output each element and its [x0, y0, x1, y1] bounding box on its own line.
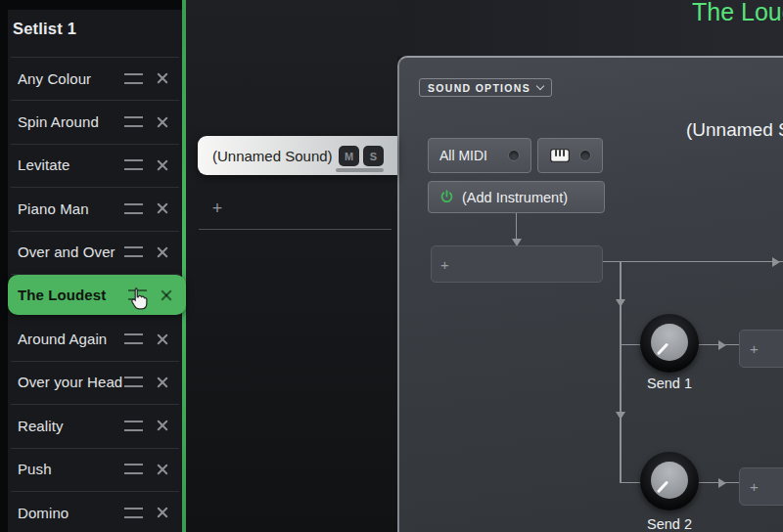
midi-activity-led-icon: [508, 150, 520, 161]
knob-pointer-icon: [657, 342, 669, 355]
setlist-song-row[interactable]: Over your Head: [8, 361, 182, 404]
drag-handle-icon[interactable]: [124, 464, 143, 474]
signal-line: [516, 213, 518, 241]
drag-handle-icon[interactable]: [124, 73, 143, 84]
drag-handle-icon[interactable]: [124, 333, 143, 344]
send2-destination-slot[interactable]: +: [739, 467, 783, 506]
add-instrument-button[interactable]: (Add Instrument): [428, 181, 605, 213]
setlist-song-row[interactable]: Piano Man: [8, 187, 182, 230]
setlist-song-row[interactable]: Any Colour: [8, 57, 182, 100]
keyboard-source-button[interactable]: [537, 138, 603, 173]
song-label: Push: [18, 461, 124, 477]
song-label: The Loudest: [18, 287, 128, 303]
song-label: Levitate: [18, 156, 124, 173]
remove-song-icon[interactable]: [156, 506, 169, 519]
sound-row[interactable]: (Unnamed Sound) M S: [198, 136, 397, 175]
drag-handle-icon[interactable]: [124, 159, 143, 170]
drag-handle-icon[interactable]: [124, 246, 143, 257]
arrow-down-icon: [616, 299, 625, 307]
sound-options-button[interactable]: SOUND OPTIONS: [419, 78, 552, 97]
remove-song-icon[interactable]: [156, 376, 169, 389]
song-label: Reality: [18, 418, 124, 434]
setlist-song-row[interactable]: Levitate: [8, 144, 182, 187]
drag-handle-icon[interactable]: [124, 421, 143, 431]
song-label: Over your Head: [18, 374, 124, 390]
drag-handle-icon[interactable]: [124, 116, 143, 127]
remove-song-icon[interactable]: [160, 288, 173, 302]
all-midi-label: All MIDI: [439, 148, 487, 163]
send2-label: Send 2: [611, 516, 728, 532]
panel-sound-name: (Unnamed Sound): [686, 119, 783, 141]
solo-button[interactable]: S: [363, 146, 384, 166]
sound-name-label: (Unnamed Sound): [212, 148, 333, 164]
plus-icon: +: [750, 478, 759, 495]
song-title: The Loudest: [692, 0, 783, 26]
arrow-right-icon: [718, 478, 726, 488]
knob-cap: [651, 462, 688, 499]
song-label: Any Colour: [18, 70, 124, 87]
song-label: Domino: [18, 505, 124, 521]
chevron-down-icon: [536, 82, 544, 90]
signal-line: [620, 261, 622, 483]
sound-list-pane: [186, 0, 398, 532]
remove-song-icon[interactable]: [156, 419, 169, 432]
remove-song-icon[interactable]: [156, 463, 169, 476]
remove-song-icon[interactable]: [156, 332, 169, 346]
mute-solo-underline: [336, 168, 384, 172]
setlist-song-row[interactable]: Push: [8, 448, 182, 491]
add-instrument-label: (Add Instrument): [462, 190, 568, 205]
setlist-song-row[interactable]: Over and Over: [8, 231, 182, 274]
all-midi-button[interactable]: All MIDI: [428, 138, 531, 173]
song-list: Any Colour Spin Around Levitate Piano Ma…: [0, 0, 185, 532]
remove-song-icon[interactable]: [156, 71, 169, 85]
send1-knob[interactable]: [640, 314, 699, 373]
song-label: Over and Over: [18, 244, 124, 260]
hand-cursor-icon: [127, 287, 150, 311]
song-label: Piano Man: [18, 200, 124, 217]
plus-icon: +: [750, 340, 759, 357]
drag-handle-icon[interactable]: [124, 377, 143, 387]
send1-destination-slot[interactable]: +: [739, 330, 783, 368]
sound-list-divider: [199, 229, 392, 230]
add-sound-button[interactable]: +: [207, 199, 227, 219]
drag-handle-icon[interactable]: [124, 203, 143, 214]
sound-options-label: SOUND OPTIONS: [428, 82, 530, 94]
setlist-song-row[interactable]: Domino: [8, 491, 182, 532]
setlist-sidebar: Setlist 1 Any Colour Spin Around Levitat…: [0, 0, 185, 532]
song-label: Spin Around: [18, 113, 124, 130]
setlist-song-row[interactable]: Around Again: [8, 317, 182, 360]
app-window: Setlist 1 Any Colour Spin Around Levitat…: [0, 0, 783, 532]
knob-cap: [651, 324, 688, 361]
drag-handle-icon[interactable]: [124, 508, 143, 518]
setlist-song-row[interactable]: Spin Around: [8, 100, 182, 143]
arrow-right-icon: [772, 257, 780, 267]
send1-label: Send 1: [611, 376, 728, 391]
remove-song-icon[interactable]: [156, 245, 169, 259]
song-label: Around Again: [18, 331, 124, 347]
setlist-song-row[interactable]: The Loudest: [8, 275, 186, 315]
arrow-down-icon: [616, 412, 625, 420]
signal-line: [621, 344, 642, 346]
power-icon: [439, 190, 454, 204]
signal-line: [621, 482, 642, 484]
setlist-song-row[interactable]: Reality: [8, 404, 182, 447]
mute-button[interactable]: M: [339, 146, 359, 166]
add-effect-slot[interactable]: +: [431, 245, 603, 283]
remove-song-icon[interactable]: [156, 115, 169, 129]
keyboard-icon: [550, 149, 570, 162]
arrow-right-icon: [718, 340, 726, 350]
keyboard-activity-led-icon: [579, 150, 591, 161]
plus-icon: +: [440, 256, 449, 273]
remove-song-icon[interactable]: [156, 201, 169, 215]
signal-line: [603, 261, 783, 263]
send2-knob[interactable]: [640, 452, 699, 510]
knob-pointer-icon: [657, 480, 669, 493]
remove-song-icon[interactable]: [156, 158, 169, 172]
